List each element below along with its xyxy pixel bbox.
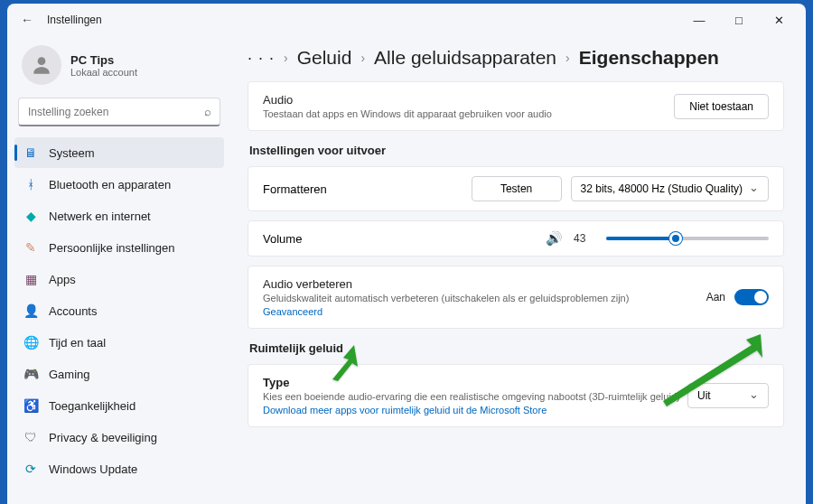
update-icon: ⟳ bbox=[23, 462, 38, 476]
user-name: PC Tips bbox=[70, 53, 137, 67]
maximize-button[interactable]: □ bbox=[719, 6, 759, 33]
page-title: Eigenschappen bbox=[579, 47, 719, 69]
nav-list: 🖥SysteemᚼBluetooth en apparaten◆Netwerk … bbox=[14, 137, 224, 484]
format-label: Formatteren bbox=[263, 182, 463, 196]
audio-subtitle: Toestaan dat apps en Windows dit apparaa… bbox=[263, 108, 674, 119]
sidebar-item-update[interactable]: ⟳Windows Update bbox=[14, 453, 224, 484]
volume-slider[interactable] bbox=[606, 237, 769, 240]
bluetooth-icon: ᚼ bbox=[23, 177, 38, 191]
gaming-icon: 🎮 bbox=[23, 367, 38, 381]
sidebar-item-tijd[interactable]: 🌐Tijd en taal bbox=[14, 327, 224, 358]
chevron-right-icon: › bbox=[565, 51, 570, 65]
sidebar-item-persoonlijk[interactable]: ✎Persoonlijke instellingen bbox=[14, 232, 224, 263]
search-icon: ⌕ bbox=[204, 105, 211, 118]
sidebar-item-label: Windows Update bbox=[49, 462, 137, 476]
enhance-subtitle: Geluidskwaliteit automatisch verbeteren … bbox=[263, 293, 706, 303]
privacy-icon: 🛡 bbox=[23, 430, 38, 444]
enhance-title: Audio verbeteren bbox=[263, 277, 706, 291]
tijd-icon: 🌐 bbox=[23, 335, 38, 350]
accounts-icon: 👤 bbox=[23, 303, 38, 318]
sidebar-item-toegankelijkheid[interactable]: ♿Toegankelijkheid bbox=[14, 390, 224, 421]
breadcrumb: · · · › Geluid › Alle geluidsapparaten ›… bbox=[248, 42, 784, 81]
sidebar-item-accounts[interactable]: 👤Accounts bbox=[14, 295, 224, 326]
sidebar-item-label: Tijd en taal bbox=[49, 336, 106, 350]
user-subtitle: Lokaal account bbox=[70, 67, 137, 78]
chevron-right-icon: › bbox=[360, 51, 365, 65]
sidebar-item-label: Accounts bbox=[49, 304, 97, 318]
main-content: · · · › Geluid › Alle geluidsapparaten ›… bbox=[231, 36, 806, 504]
sidebar-item-label: Persoonlijke instellingen bbox=[49, 241, 174, 255]
audio-title: Audio bbox=[263, 93, 674, 107]
enhance-state: Aan bbox=[706, 291, 725, 303]
spatial-select[interactable]: Uit bbox=[687, 383, 769, 408]
enhance-toggle[interactable] bbox=[734, 289, 769, 305]
titlebar: ← Instellingen — □ ✕ bbox=[7, 4, 806, 36]
back-button[interactable]: ← bbox=[14, 13, 40, 27]
spatial-title: Type bbox=[263, 376, 687, 389]
settings-window: ← Instellingen — □ ✕ PC Tips Lokaal acco… bbox=[7, 4, 806, 504]
sidebar-item-label: Bluetooth en apparaten bbox=[49, 178, 171, 191]
sidebar: PC Tips Lokaal account ⌕ 🖥SysteemᚼBlueto… bbox=[7, 36, 231, 504]
spatial-subtitle: Kies een boeiende audio-ervaring die een… bbox=[263, 391, 687, 402]
volume-value: 43 bbox=[574, 232, 595, 245]
sidebar-item-label: Apps bbox=[49, 273, 76, 286]
spatial-value: Uit bbox=[697, 389, 711, 402]
minimize-button[interactable]: — bbox=[679, 6, 719, 33]
spatial-store-link[interactable]: Download meer apps voor ruimtelijk gelui… bbox=[263, 405, 687, 415]
sidebar-item-label: Gaming bbox=[49, 368, 90, 381]
search-box: ⌕ bbox=[18, 98, 220, 126]
sidebar-item-bluetooth[interactable]: ᚼBluetooth en apparaten bbox=[14, 169, 224, 200]
sidebar-item-systeem[interactable]: 🖥Systeem bbox=[14, 137, 224, 168]
breadcrumb-more[interactable]: · · · bbox=[248, 49, 275, 68]
sidebar-item-gaming[interactable]: 🎮Gaming bbox=[14, 359, 224, 389]
avatar bbox=[22, 45, 61, 85]
svg-point-0 bbox=[38, 57, 46, 65]
persoonlijk-icon: ✎ bbox=[23, 240, 38, 255]
sidebar-item-label: Toegankelijkheid bbox=[49, 399, 136, 413]
breadcrumb-all-devices[interactable]: Alle geluidsapparaten bbox=[374, 47, 556, 69]
enhance-card: Audio verbeteren Geluidskwaliteit automa… bbox=[248, 266, 784, 329]
section-spatial: Ruimtelijk geluid bbox=[249, 341, 784, 355]
volume-label: Volume bbox=[263, 232, 535, 246]
systeem-icon: 🖥 bbox=[23, 145, 38, 160]
disallow-button[interactable]: Niet toestaan bbox=[674, 94, 769, 119]
close-button[interactable]: ✕ bbox=[759, 6, 799, 33]
format-card: Formatteren Testen 32 bits, 48000 Hz (St… bbox=[248, 166, 784, 211]
section-output: Instellingen voor uitvoer bbox=[249, 144, 784, 157]
sidebar-item-label: Netwerk en internet bbox=[49, 210, 151, 223]
toegankelijkheid-icon: ♿ bbox=[23, 398, 38, 413]
speaker-icon[interactable]: 🔊 bbox=[546, 230, 563, 247]
audio-allow-card: Audio Toestaan dat apps en Windows dit a… bbox=[248, 81, 784, 131]
person-icon bbox=[30, 53, 53, 77]
window-title: Instellingen bbox=[47, 14, 102, 26]
sidebar-item-privacy[interactable]: 🛡Privacy & beveiliging bbox=[14, 422, 224, 453]
chevron-right-icon: › bbox=[284, 51, 288, 65]
sidebar-item-netwerk[interactable]: ◆Netwerk en internet bbox=[14, 201, 224, 231]
search-input[interactable] bbox=[18, 98, 220, 126]
enhance-advanced-link[interactable]: Geavanceerd bbox=[263, 306, 706, 317]
sidebar-item-label: Systeem bbox=[49, 146, 95, 160]
format-select[interactable]: 32 bits, 48000 Hz (Studio Quality) bbox=[571, 176, 769, 201]
user-block[interactable]: PC Tips Lokaal account bbox=[14, 42, 224, 98]
format-value: 32 bits, 48000 Hz (Studio Quality) bbox=[581, 182, 743, 195]
apps-icon: ▦ bbox=[23, 272, 38, 286]
netwerk-icon: ◆ bbox=[23, 209, 38, 223]
test-button[interactable]: Testen bbox=[472, 176, 562, 201]
sidebar-item-apps[interactable]: ▦Apps bbox=[14, 264, 224, 294]
spatial-card: Type Kies een boeiende audio-ervaring di… bbox=[248, 364, 784, 427]
volume-card: Volume 🔊 43 bbox=[248, 220, 784, 257]
breadcrumb-sound[interactable]: Geluid bbox=[297, 47, 352, 69]
sidebar-item-label: Privacy & beveiliging bbox=[49, 431, 157, 444]
